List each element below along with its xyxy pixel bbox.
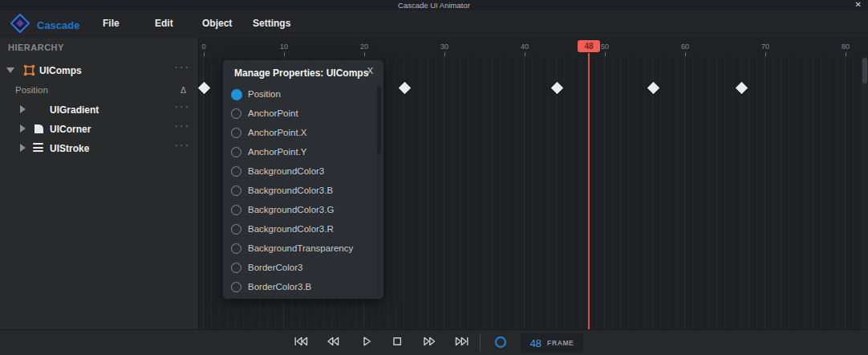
- play-icon[interactable]: [360, 335, 373, 348]
- hierarchy-row-position[interactable]: Position Δ: [0, 83, 199, 99]
- radio-unselected-icon[interactable]: [231, 108, 241, 119]
- radio-unselected-icon[interactable]: [231, 147, 241, 157]
- manage-properties-popup: Manage Properties: UIComps X PositionAnc…: [223, 60, 383, 299]
- radio-unselected-icon[interactable]: [231, 186, 241, 196]
- keyframe-diamond[interactable]: [398, 81, 411, 94]
- hierarchy-item-label: UIComps: [39, 65, 82, 76]
- menu-item-settings[interactable]: Settings: [253, 18, 290, 29]
- expand-caret-icon[interactable]: [20, 124, 26, 133]
- popup-scrollbar[interactable]: [377, 84, 381, 296]
- expand-caret-icon[interactable]: [20, 144, 26, 152]
- hierarchy-item-label: UIGradient: [50, 104, 99, 116]
- ruler-label: 30: [440, 43, 448, 51]
- property-option-label: BorderColor3: [248, 263, 302, 272]
- skip-start-icon[interactable]: [293, 335, 309, 348]
- radio-selected-icon[interactable]: [231, 89, 242, 100]
- ruler-label: 70: [761, 43, 769, 51]
- hierarchy-row-uigradient[interactable]: UIGradient···: [0, 102, 199, 118]
- popup-close-icon[interactable]: X: [367, 66, 373, 75]
- property-option-position[interactable]: Position: [223, 85, 377, 104]
- property-option-backgroundcolor3.r[interactable]: BackgroundColor3.R: [223, 220, 377, 239]
- property-option-label: AnchorPoint.Y: [248, 147, 307, 157]
- hierarchy-item-label: UICorner: [50, 124, 91, 135]
- keyframe-diamond[interactable]: [197, 81, 210, 94]
- property-option-backgroundcolor3.b[interactable]: BackgroundColor3.B: [223, 182, 377, 201]
- keyframe-diamond[interactable]: [550, 81, 563, 94]
- radio-unselected-icon[interactable]: [231, 224, 241, 235]
- playhead-line: [588, 53, 590, 329]
- property-option-anchorpoint[interactable]: AnchorPoint: [223, 104, 377, 124]
- transport-divider: [480, 334, 481, 352]
- property-option-backgroundcolor3.g[interactable]: BackgroundColor3.G: [223, 201, 377, 220]
- timeline-ruler[interactable]: 01020304050607080: [200, 38, 868, 56]
- popup-scrollbar-thumb[interactable]: [377, 87, 381, 153]
- property-option-label: BackgroundColor3.G: [248, 205, 334, 214]
- radio-unselected-icon[interactable]: [231, 243, 241, 254]
- rewind-icon[interactable]: [326, 335, 340, 348]
- collapse-caret-icon[interactable]: [6, 67, 14, 73]
- radio-unselected-icon[interactable]: [231, 263, 241, 273]
- radio-unselected-icon[interactable]: [231, 282, 241, 292]
- ruler-label: 50: [601, 43, 609, 51]
- brand-name: Cascade: [37, 19, 79, 31]
- radio-unselected-icon[interactable]: [231, 166, 241, 177]
- property-option-label: Position: [248, 89, 281, 99]
- property-label: Position: [15, 85, 48, 95]
- cascade-ui-animator-window: Cascade UI Animator ✕ Cascade FileEditOb…: [0, 0, 868, 355]
- rounded-corner-icon: [33, 123, 44, 137]
- property-option-anchorpoint.x[interactable]: AnchorPoint.X: [223, 124, 377, 143]
- property-option-label: BackgroundColor3.R: [248, 224, 334, 234]
- cascade-logo-icon: [10, 14, 30, 36]
- property-option-label: BackgroundColor3: [248, 166, 324, 176]
- menu-bar: Cascade FileEditObjectSettings: [0, 10, 868, 38]
- popup-title: Manage Properties: UIComps: [234, 67, 368, 79]
- property-option-label: BackgroundTransparency: [248, 243, 353, 253]
- timeline-vertical-scrollbar[interactable]: [862, 56, 868, 329]
- hierarchy-header: HIERARCHY: [8, 43, 64, 52]
- property-option-label: BorderColor3.B: [248, 282, 311, 292]
- radio-unselected-icon[interactable]: [231, 205, 241, 215]
- frame-input[interactable]: 48 FRAME: [521, 333, 583, 353]
- property-option-bordercolor3.b[interactable]: BorderColor3.B: [223, 278, 377, 297]
- fast-forward-icon[interactable]: [422, 335, 436, 348]
- hierarchy-row-uistroke[interactable]: UIStroke···: [0, 141, 199, 157]
- stop-icon[interactable]: [391, 335, 404, 348]
- property-option-label: AnchorPoint: [248, 108, 298, 118]
- transport-bar: 48 FRAME: [0, 329, 868, 355]
- record-icon[interactable]: [493, 335, 508, 353]
- radio-unselected-icon[interactable]: [231, 128, 241, 138]
- menu-item-object[interactable]: Object: [202, 18, 232, 29]
- hierarchy-panel: HIERARCHY UIComps ··· Position: [0, 38, 199, 329]
- more-options-icon[interactable]: ···: [175, 63, 191, 72]
- ruler-label: 80: [842, 43, 850, 51]
- ruler-label: 20: [360, 43, 368, 51]
- main-area: HIERARCHY UIComps ··· Position: [0, 38, 868, 329]
- more-options-icon[interactable]: ···: [175, 102, 191, 112]
- expand-caret-icon[interactable]: [20, 105, 26, 113]
- playhead-badge[interactable]: 48: [578, 40, 600, 52]
- frame-value[interactable]: 48: [530, 337, 541, 349]
- ruler-label: 60: [681, 43, 689, 51]
- hierarchy-row-uicomps[interactable]: UIComps ···: [0, 63, 199, 79]
- skip-end-icon[interactable]: [454, 335, 470, 348]
- title-bar: Cascade UI Animator ✕: [0, 0, 868, 10]
- hierarchy-row-uicorner[interactable]: UICorner···: [0, 121, 199, 137]
- menu-item-edit[interactable]: Edit: [155, 18, 173, 29]
- property-option-label: BackgroundColor3.B: [248, 186, 333, 195]
- property-option-bordercolor3[interactable]: BorderColor3: [223, 259, 377, 278]
- property-option-anchorpoint.y[interactable]: AnchorPoint.Y: [223, 143, 377, 162]
- property-option-backgroundcolor3[interactable]: BackgroundColor3: [223, 162, 377, 182]
- property-option-backgroundtransparency[interactable]: BackgroundTransparency: [223, 239, 377, 259]
- menu-item-file[interactable]: File: [103, 18, 120, 29]
- selection-box-icon: [23, 64, 35, 80]
- keyframe-diamond[interactable]: [735, 81, 748, 94]
- scrollbar-thumb[interactable]: [862, 58, 867, 84]
- property-option-label: AnchorPoint.X: [248, 128, 307, 137]
- window-title: Cascade UI Animator: [0, 1, 868, 10]
- more-options-icon[interactable]: ···: [175, 141, 191, 150]
- more-options-icon[interactable]: ···: [175, 121, 191, 131]
- keyframe-diamond[interactable]: [647, 81, 659, 94]
- brand[interactable]: Cascade: [10, 14, 79, 36]
- close-icon[interactable]: ✕: [855, 0, 862, 9]
- hierarchy-item-label: UIStroke: [50, 143, 89, 154]
